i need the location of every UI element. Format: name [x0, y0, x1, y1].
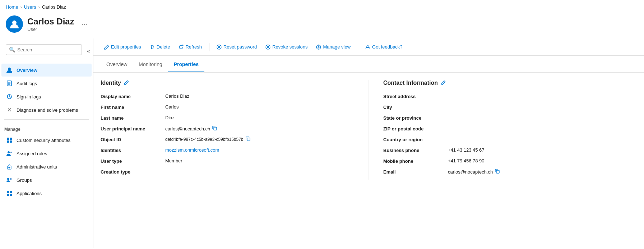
svg-rect-19: [7, 194, 9, 196]
field-state: State or province: [383, 115, 637, 121]
field-country: Country or region: [383, 137, 637, 142]
user-name: Carlos Diaz: [27, 17, 74, 27]
field-mobile-phone: Mobile phone +41 79 456 78 90: [383, 158, 637, 164]
applications-icon: [6, 190, 13, 197]
svg-point-1: [8, 68, 11, 70]
feedback-icon: [365, 45, 370, 50]
field-email: Email carlos@nocaptech.ch: [383, 169, 637, 175]
copy-email-button[interactable]: [495, 169, 500, 175]
toolbar-separator2: [358, 43, 358, 51]
avatar: [6, 15, 23, 33]
delete-button[interactable]: Delete: [146, 42, 174, 52]
svg-rect-8: [10, 138, 12, 140]
contact-section: Contact Information Street address City: [369, 80, 637, 180]
sidebar-item-label: Groups: [17, 177, 32, 183]
sidebar-item-custom-security[interactable]: Custom security attributes: [1, 134, 92, 147]
field-display-name: Display name Carlos Diaz: [101, 93, 354, 99]
sidebar-item-label: Applications: [17, 191, 42, 196]
svg-rect-20: [10, 194, 12, 196]
sidebar-item-label: Overview: [17, 68, 37, 73]
svg-point-16: [10, 178, 12, 180]
breadcrumb-home[interactable]: Home: [6, 4, 18, 10]
overview-icon: [6, 66, 13, 74]
breadcrumb-sep1: ›: [20, 5, 22, 10]
audit-logs-icon: [6, 80, 13, 87]
reset-password-icon: [217, 45, 222, 50]
field-identities: Identities mozzism.onmicrosoft.com: [101, 147, 354, 153]
manage-view-icon: [316, 45, 321, 50]
svg-rect-7: [7, 138, 9, 140]
tab-monitoring[interactable]: Monitoring: [133, 57, 168, 72]
field-business-phone: Business phone +41 43 123 45 67: [383, 147, 637, 153]
user-type: User: [27, 27, 74, 32]
assigned-roles-icon: [6, 150, 13, 157]
svg-point-26: [367, 46, 369, 48]
svg-rect-27: [214, 127, 217, 130]
field-first-name: First name Carlos: [101, 104, 354, 110]
svg-point-25: [318, 46, 319, 48]
revoke-sessions-button[interactable]: Revoke sessions: [262, 42, 311, 52]
revoke-sessions-icon: [265, 45, 270, 50]
sidebar-item-label: Administrative units: [17, 164, 57, 170]
svg-rect-9: [7, 140, 9, 143]
sidebar-item-assigned-roles[interactable]: Assigned roles: [1, 147, 92, 160]
svg-rect-17: [7, 191, 9, 193]
identity-section-title: Identity: [101, 80, 354, 86]
search-box[interactable]: 🔍: [6, 44, 82, 55]
sidebar-item-label: Diagnose and solve problems: [17, 107, 78, 113]
contact-section-title: Contact Information: [383, 80, 637, 86]
breadcrumb-current: Carlos Diaz: [42, 4, 66, 10]
field-object-id: Object ID defd4bfe-987c-4c5b-a9e3-c59bfb…: [101, 137, 354, 142]
sidebar-item-groups[interactable]: Groups: [1, 174, 92, 186]
groups-icon: [6, 176, 13, 184]
svg-rect-14: [9, 167, 10, 168]
search-icon: 🔍: [9, 47, 15, 52]
sign-in-logs-icon: [6, 93, 13, 100]
sidebar: 🔍 « Overview: [0, 38, 93, 248]
reset-password-button[interactable]: Reset password: [213, 42, 260, 52]
identity-edit-icon[interactable]: [124, 80, 129, 86]
got-feedback-button[interactable]: Got feedback?: [362, 42, 406, 52]
custom-security-icon: [6, 137, 13, 144]
refresh-button[interactable]: Refresh: [175, 42, 205, 52]
search-input[interactable]: [17, 47, 79, 52]
tab-properties[interactable]: Properties: [168, 57, 204, 72]
sidebar-item-diagnose[interactable]: ✕ Diagnose and solve problems: [1, 103, 92, 116]
properties-content: Identity Display name Carlos Diaz First …: [93, 73, 644, 187]
identity-section: Identity Display name Carlos Diaz First …: [101, 80, 369, 180]
sidebar-item-applications[interactable]: Applications: [1, 187, 92, 200]
manage-view-button[interactable]: Manage view: [312, 42, 354, 52]
manage-section-label: Manage: [0, 123, 93, 133]
breadcrumb: Home › Users › Carlos Diaz: [0, 0, 644, 13]
sidebar-collapse-button[interactable]: «: [87, 48, 90, 54]
identities-link[interactable]: mozzism.onmicrosoft.com: [165, 147, 219, 153]
breadcrumb-users[interactable]: Users: [24, 4, 36, 10]
tab-overview[interactable]: Overview: [101, 57, 133, 72]
sidebar-item-sign-in-logs[interactable]: Sign-in logs: [1, 90, 92, 103]
svg-point-21: [217, 45, 221, 49]
sidebar-item-label: Custom security attributes: [17, 138, 70, 143]
sidebar-item-admin-units[interactable]: Administrative units: [1, 160, 92, 173]
diagnose-icon: ✕: [6, 106, 13, 114]
svg-point-12: [10, 152, 12, 153]
edit-icon: [104, 45, 109, 50]
svg-rect-18: [10, 191, 12, 193]
svg-point-22: [218, 46, 220, 48]
field-upn: User principal name carlos@nocaptech.ch: [101, 126, 354, 132]
sidebar-item-overview[interactable]: Overview: [1, 64, 92, 77]
svg-rect-28: [247, 138, 250, 141]
refresh-icon: [179, 45, 184, 50]
more-options-button[interactable]: ···: [79, 19, 91, 30]
main-layout: 🔍 « Overview: [0, 38, 644, 248]
field-zip: ZIP or postal code: [383, 126, 637, 132]
edit-properties-button[interactable]: Edit properties: [101, 42, 145, 52]
copy-objectid-button[interactable]: [246, 137, 250, 142]
field-city: City: [383, 104, 637, 110]
contact-edit-icon[interactable]: [441, 80, 446, 86]
sidebar-item-label: Assigned roles: [17, 151, 47, 156]
copy-upn-button[interactable]: [212, 126, 217, 132]
svg-point-11: [8, 151, 10, 153]
svg-rect-29: [496, 170, 499, 173]
field-last-name: Last name Diaz: [101, 115, 354, 121]
sidebar-item-audit-logs[interactable]: Audit logs: [1, 77, 92, 90]
